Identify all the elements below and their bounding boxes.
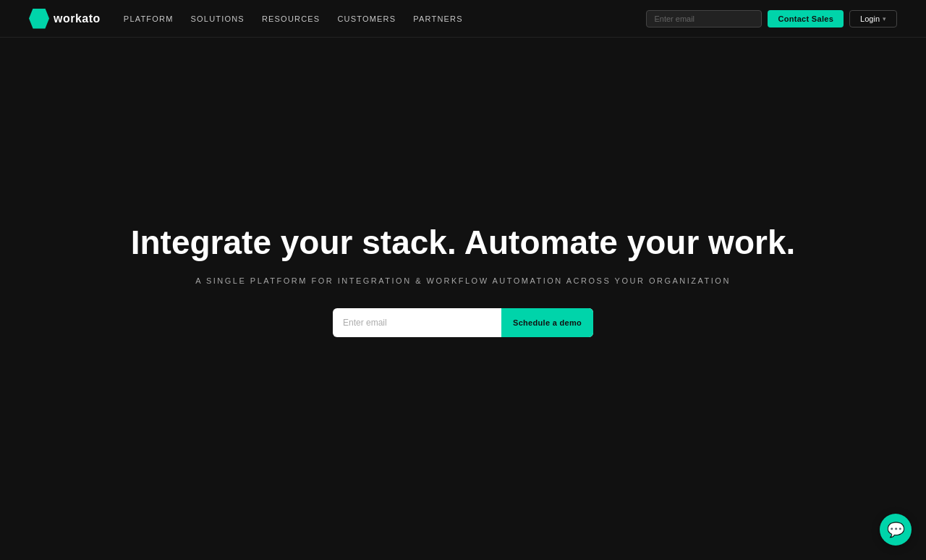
nav-link-platform[interactable]: PLATFORM (124, 14, 174, 23)
hero-form: Schedule a demo (333, 308, 593, 337)
logo[interactable]: workato (29, 9, 101, 29)
chevron-down-icon: ▾ (883, 15, 886, 22)
contact-sales-button[interactable]: Contact Sales (768, 10, 844, 27)
nav-email-input[interactable] (646, 10, 762, 27)
hero-email-input[interactable] (333, 308, 501, 337)
nav-link-resources[interactable]: RESOURCES (262, 14, 320, 23)
nav-left: workato PLATFORM SOLUTIONS RESOURCES CUS… (29, 9, 463, 29)
login-button[interactable]: Login ▾ (849, 10, 897, 27)
nav-right: Contact Sales Login ▾ (646, 10, 897, 27)
hero-subtitle: A SINGLE PLATFORM FOR INTEGRATION & WORK… (195, 276, 731, 285)
logo-wordmark: workato (54, 12, 101, 25)
logo-mark (29, 9, 49, 29)
nav-link-solutions[interactable]: SOLUTIONS (191, 14, 245, 23)
nav-link-customers[interactable]: CUSTOMERS (337, 14, 396, 23)
hero-section: Integrate your stack. Automate your work… (0, 0, 926, 560)
schedule-demo-button[interactable]: Schedule a demo (501, 308, 593, 337)
chat-bubble-button[interactable]: 💬 (880, 514, 912, 546)
nav-link-partners[interactable]: PARTNERS (413, 14, 462, 23)
login-label: Login (860, 14, 880, 23)
hero-title: Integrate your stack. Automate your work… (131, 223, 796, 263)
nav-links: PLATFORM SOLUTIONS RESOURCES CUSTOMERS P… (124, 14, 463, 23)
chat-icon: 💬 (887, 521, 905, 538)
navbar: workato PLATFORM SOLUTIONS RESOURCES CUS… (0, 0, 926, 38)
